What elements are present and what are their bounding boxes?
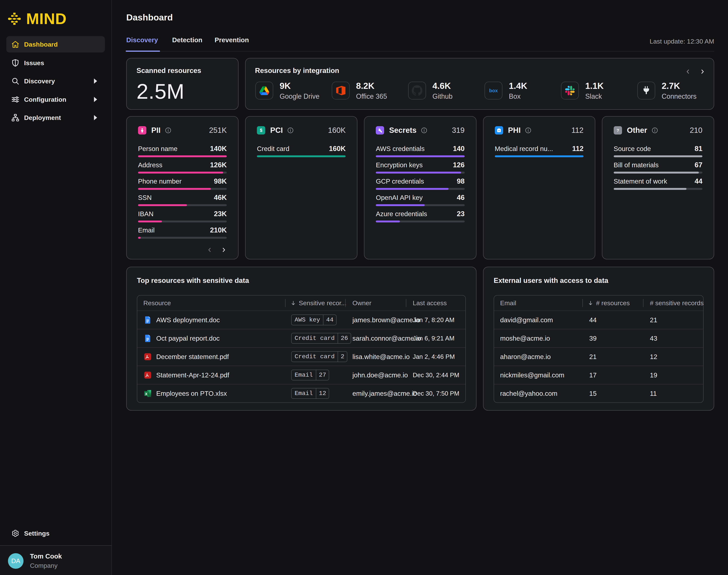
svg-text:box: box (489, 88, 498, 93)
svg-text:X: X (145, 392, 147, 396)
svg-text:?: ? (616, 128, 619, 133)
svg-text:$: $ (260, 128, 262, 133)
